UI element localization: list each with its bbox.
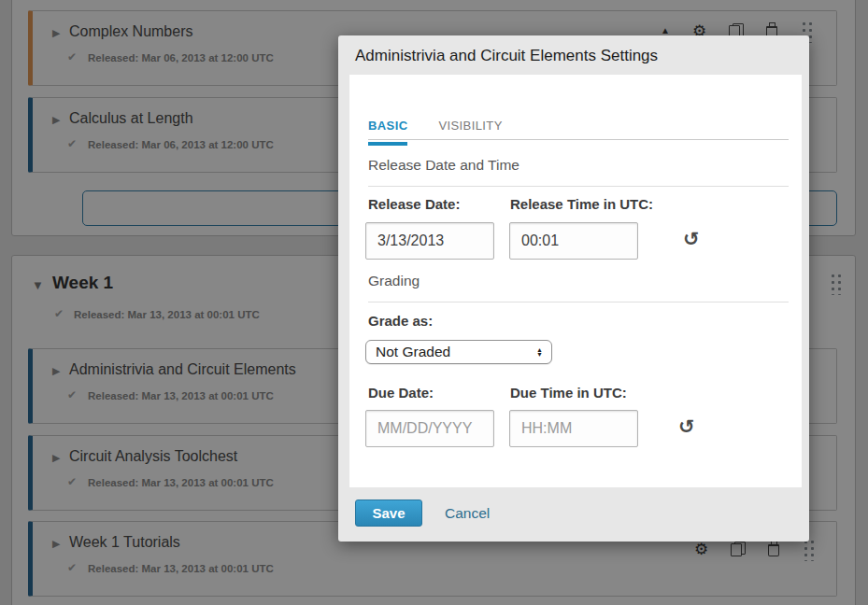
divider xyxy=(368,186,789,187)
due-date-input[interactable] xyxy=(365,410,494,447)
tab-divider xyxy=(368,139,789,140)
due-date-label: Due Date: xyxy=(368,385,434,401)
modal-body: BASIC VISIBILITY Release Date and Time R… xyxy=(349,75,802,487)
grade-as-select[interactable]: Not Graded ▲▼ xyxy=(365,340,552,364)
save-button[interactable]: Save xyxy=(355,499,422,527)
reset-due-icon[interactable]: ↺ xyxy=(678,417,695,437)
release-time-input[interactable] xyxy=(509,222,638,260)
due-time-input[interactable] xyxy=(509,410,638,447)
settings-modal: Administrivia and Circuit Elements Setti… xyxy=(338,35,809,542)
release-section-heading: Release Date and Time xyxy=(368,157,519,174)
tab-visibility[interactable]: VISIBILITY xyxy=(438,119,502,146)
grade-as-label: Grade as: xyxy=(368,313,433,329)
tab-bar: BASIC VISIBILITY xyxy=(368,119,503,146)
cancel-button[interactable]: Cancel xyxy=(445,505,490,522)
release-time-label: Release Time in UTC: xyxy=(510,196,653,212)
modal-title: Administrivia and Circuit Elements Setti… xyxy=(355,35,658,75)
release-date-input[interactable] xyxy=(365,222,494,260)
course-outline-page: ▶ Complex Numbers ✔ Released: Mar 06, 20… xyxy=(0,0,868,605)
divider xyxy=(368,302,789,302)
reset-release-icon[interactable]: ↺ xyxy=(683,230,700,249)
release-date-label: Release Date: xyxy=(368,196,460,212)
select-arrows-icon: ▲▼ xyxy=(536,347,551,358)
tab-basic[interactable]: BASIC xyxy=(368,119,407,146)
due-time-label: Due Time in UTC: xyxy=(510,385,627,401)
grading-section-heading: Grading xyxy=(368,273,420,289)
grade-as-value: Not Graded xyxy=(366,344,536,360)
